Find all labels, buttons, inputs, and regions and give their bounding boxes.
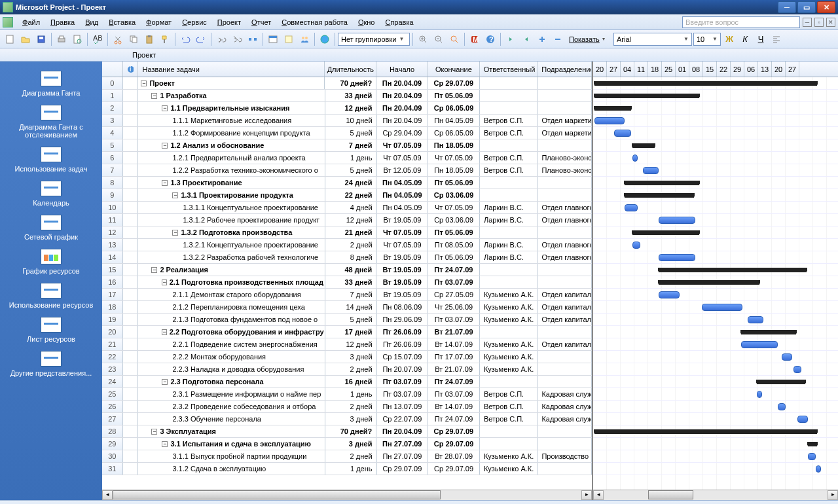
summary-bar[interactable] bbox=[594, 429, 817, 434]
cell[interactable]: 22 bbox=[102, 351, 123, 363]
cell[interactable]: 48 дней bbox=[325, 264, 377, 276]
cell[interactable]: −1 Разработка bbox=[138, 90, 325, 101]
cell[interactable] bbox=[480, 226, 537, 238]
outdent-button[interactable] bbox=[503, 32, 518, 46]
cell[interactable]: 2.1.3 Подготовка фундаментов под новое о bbox=[138, 314, 325, 325]
task-bar[interactable] bbox=[632, 154, 638, 162]
cell[interactable]: Пн 04.05.09 bbox=[377, 202, 429, 213]
cell[interactable] bbox=[123, 351, 139, 363]
cell[interactable]: Ср 29.07.09 bbox=[428, 463, 480, 475]
cell[interactable] bbox=[123, 115, 139, 126]
cell[interactable]: Чт 07.05.09 bbox=[377, 226, 429, 238]
cell[interactable]: 3 bbox=[102, 115, 123, 126]
task-row[interactable]: 252.3.1 Размещение информации о найме пе… bbox=[102, 388, 592, 401]
cell[interactable]: Кузьменко А.К. bbox=[480, 301, 537, 313]
menu-совместная работа[interactable]: Совместная работа bbox=[276, 17, 353, 27]
link-task-button[interactable] bbox=[214, 32, 228, 46]
gantt-timescale[interactable]: 202704111825010815222906132027 bbox=[593, 62, 838, 77]
col-end[interactable]: Окончание bbox=[428, 62, 480, 77]
task-row[interactable]: 8−1.3 Проектирование24 днейПн 04.05.09Пт… bbox=[102, 177, 592, 189]
cell[interactable]: 2.1.2 Перепланировка помещения цеха bbox=[138, 301, 325, 313]
cell[interactable] bbox=[480, 438, 538, 450]
task-bar[interactable] bbox=[741, 341, 778, 348]
summary-bar[interactable] bbox=[632, 143, 655, 148]
gantt-row[interactable] bbox=[593, 338, 838, 351]
show-subtasks-button[interactable] bbox=[535, 32, 549, 46]
cell[interactable]: 2.3.3 Обучение персонала bbox=[138, 413, 325, 425]
cell[interactable]: 31 bbox=[102, 463, 123, 475]
col-duration[interactable]: Длительность bbox=[325, 62, 376, 77]
cell[interactable]: Ср 15.07.09 bbox=[377, 351, 429, 363]
cell[interactable] bbox=[480, 139, 538, 151]
cell[interactable]: Пн 20.04.09 bbox=[376, 102, 428, 114]
task-row[interactable]: 12−1.3.2 Подготовка производства21 днейЧ… bbox=[102, 226, 592, 239]
task-row[interactable]: 222.2.2 Монтаж оборудования3 днейСр 15.0… bbox=[102, 351, 592, 363]
cell[interactable]: Ветров С.П. bbox=[480, 164, 537, 176]
gantt-row[interactable] bbox=[593, 413, 838, 425]
task-row[interactable]: 31.1.1 Маркетинговые исследования10 дней… bbox=[102, 115, 592, 127]
cell[interactable]: Кузьменко А.К. bbox=[480, 314, 537, 325]
cell[interactable]: 9 bbox=[102, 189, 123, 201]
cell[interactable]: 5 дней bbox=[325, 127, 377, 139]
hide-subtasks-button[interactable] bbox=[551, 32, 565, 46]
task-notes-button[interactable] bbox=[282, 32, 296, 46]
cell[interactable] bbox=[537, 189, 592, 201]
cell[interactable] bbox=[537, 139, 592, 151]
publish-button[interactable] bbox=[318, 32, 332, 46]
cell[interactable] bbox=[123, 326, 139, 338]
cell[interactable]: Ларкин В.С. bbox=[480, 251, 537, 263]
menu-сервис[interactable]: Сервис bbox=[177, 17, 212, 27]
view-7[interactable]: Лист ресурсов bbox=[0, 313, 102, 347]
cell[interactable]: 22 дней bbox=[325, 189, 377, 201]
task-bar[interactable] bbox=[643, 167, 659, 174]
cell[interactable] bbox=[537, 351, 592, 363]
cell[interactable]: Ларкин В.С. bbox=[480, 239, 537, 251]
cell[interactable]: 4 bbox=[102, 127, 123, 139]
cell[interactable] bbox=[123, 289, 139, 300]
cell[interactable]: 2 дней bbox=[325, 363, 377, 375]
row-header-corner[interactable] bbox=[102, 62, 123, 77]
cell[interactable]: 17 bbox=[102, 289, 123, 300]
cell[interactable]: Чт 07.05.09 bbox=[377, 152, 429, 164]
cell[interactable]: Кадровая служб bbox=[537, 388, 592, 400]
cell[interactable]: Пт 05.06.09 bbox=[428, 177, 480, 189]
summary-bar[interactable] bbox=[741, 330, 796, 334]
print-button[interactable] bbox=[54, 32, 69, 46]
unlink-task-button[interactable] bbox=[230, 32, 244, 46]
task-bar[interactable] bbox=[702, 304, 742, 311]
cell[interactable] bbox=[123, 388, 139, 400]
cell[interactable]: Чт 07.05.09 bbox=[376, 139, 428, 151]
cell[interactable]: Кузьменко А.К. bbox=[480, 351, 537, 363]
cell[interactable]: 1.3.2.2 Разработка рабочей технологиче bbox=[138, 251, 325, 263]
cell[interactable] bbox=[537, 363, 592, 375]
cell[interactable]: Чт 07.05.09 bbox=[377, 239, 429, 251]
cell[interactable]: Вт 19.05.09 bbox=[376, 276, 428, 288]
task-bar[interactable] bbox=[659, 291, 680, 298]
cell[interactable]: 33 дней bbox=[325, 90, 377, 101]
cell[interactable]: 1.3.1.1 Концептуальное проектирование bbox=[138, 202, 325, 213]
cell[interactable] bbox=[123, 363, 139, 375]
cell[interactable]: 12 дней bbox=[325, 214, 377, 226]
cell[interactable]: Пн 04.05.09 bbox=[377, 189, 429, 201]
col-task-name[interactable]: Название задачи bbox=[138, 62, 325, 77]
cell[interactable]: Отдел главного bbox=[537, 202, 592, 213]
cell[interactable]: 70 дней? bbox=[325, 425, 377, 437]
cell[interactable] bbox=[123, 338, 139, 350]
task-row[interactable]: 111.3.1.2 Рабочее проектирование продукт… bbox=[102, 214, 592, 226]
cell[interactable]: Кузьменко А.К. bbox=[480, 289, 537, 300]
cell[interactable]: Ветров С.П. bbox=[480, 115, 537, 126]
gantt-body[interactable] bbox=[593, 77, 838, 490]
cell[interactable]: 2 bbox=[102, 102, 123, 114]
summary-bar[interactable] bbox=[594, 94, 699, 98]
task-row[interactable]: 303.1.1 Выпуск пробной партии продукции2… bbox=[102, 450, 592, 463]
cell[interactable]: 13 bbox=[102, 239, 123, 251]
mdi-restore-button[interactable]: ▫ bbox=[814, 18, 824, 27]
task-row[interactable]: 2−1.1 Предварительные изыскания12 днейПн… bbox=[102, 102, 592, 115]
cell[interactable]: Ср 29.07.09 bbox=[428, 425, 480, 437]
redo-button[interactable] bbox=[194, 32, 208, 46]
view-4[interactable]: Сетевой график bbox=[0, 211, 102, 245]
col-indicator[interactable]: i bbox=[123, 62, 139, 77]
cell[interactable] bbox=[123, 164, 139, 176]
cell[interactable]: 21 bbox=[102, 338, 123, 350]
task-bar[interactable] bbox=[808, 453, 816, 460]
